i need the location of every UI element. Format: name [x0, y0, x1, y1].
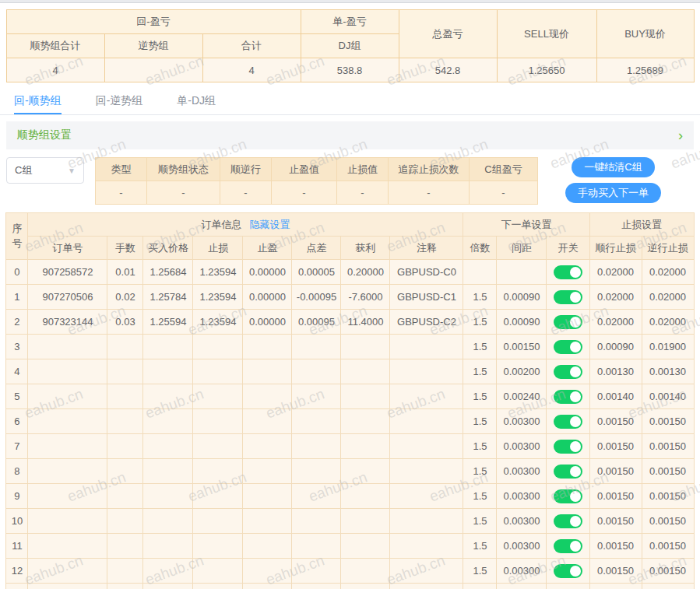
- status-value: -: [337, 181, 389, 205]
- spread-cell: [292, 434, 341, 459]
- comment-cell: [390, 359, 463, 384]
- reverse-sl-cell: 0.00150: [642, 434, 694, 459]
- forward-sl-cell: 0.02000: [589, 260, 642, 285]
- header-hui-pl: 回-盈亏: [6, 10, 301, 34]
- comment-cell: [390, 459, 463, 484]
- row-index-cell: 9: [6, 484, 28, 509]
- forward-sl-cell: 0.00150: [589, 434, 642, 459]
- toggle-switch[interactable]: [554, 390, 582, 404]
- value-counter-group: [104, 58, 202, 82]
- multiple-cell: 1.5: [463, 285, 497, 310]
- multiple-cell: 1.5: [463, 434, 497, 459]
- column-header-profit: 获利: [341, 237, 390, 260]
- toggle-switch[interactable]: [554, 539, 582, 553]
- switch-cell: [547, 260, 589, 285]
- order-no-cell: [28, 584, 107, 589]
- switch-cell: [547, 559, 589, 584]
- profit-cell: [341, 534, 390, 559]
- sl-cell: [193, 534, 243, 559]
- toggle-switch[interactable]: [554, 514, 582, 528]
- order-row: 81.50.003000.001500.00150: [6, 459, 694, 484]
- action-button-column: 一键结清C组 手动买入下一单: [565, 157, 661, 203]
- profit-cell: [341, 459, 390, 484]
- toggle-switch[interactable]: [554, 564, 582, 578]
- chevron-down-icon: ▼: [68, 167, 76, 175]
- status-value: -: [470, 181, 538, 205]
- row-index-cell: 11: [6, 534, 28, 559]
- sl-cell: [193, 384, 243, 409]
- hide-settings-link[interactable]: 隐藏设置: [249, 219, 290, 230]
- comment-cell: [390, 559, 463, 584]
- value-dj-group: 538.8: [301, 58, 399, 82]
- tab-bar: 回-顺势组 回-逆势组 单-DJ组: [0, 86, 700, 115]
- reverse-sl-cell: 0.00150: [642, 509, 694, 534]
- toggle-switch[interactable]: [554, 440, 582, 454]
- spread-cell: [292, 584, 341, 589]
- group-header-next-order: 下一单设置: [463, 213, 589, 237]
- column-header-tp: 止盈: [243, 237, 292, 260]
- toggle-switch[interactable]: [554, 290, 582, 304]
- tab-trend-group[interactable]: 回-顺势组: [14, 86, 62, 114]
- group-select[interactable]: C组 ▼: [6, 157, 84, 184]
- forward-sl-cell: 0.00150: [589, 559, 642, 584]
- toggle-switch[interactable]: [554, 465, 582, 479]
- header-dj-group: DJ组: [301, 34, 399, 58]
- status-header: C组盈亏: [470, 158, 538, 181]
- toggle-switch[interactable]: [554, 340, 582, 354]
- profit-cell: -7.6000: [341, 285, 390, 310]
- row-index-cell: 0: [6, 260, 28, 285]
- switch-cell: [547, 285, 589, 310]
- close-group-button[interactable]: 一键结清C组: [572, 157, 654, 177]
- toggle-switch[interactable]: [554, 315, 582, 329]
- sl-cell: [193, 584, 243, 589]
- row-index-cell: 2: [6, 310, 28, 335]
- lots-cell: [107, 484, 143, 509]
- spread-cell: [292, 409, 341, 434]
- lots-cell: 0.03: [107, 310, 143, 335]
- tp-cell: 0.00000: [243, 285, 292, 310]
- toggle-switch[interactable]: [554, 415, 582, 429]
- reverse-sl-cell: 0.00150: [642, 584, 694, 589]
- multiple-cell: 1.5: [463, 559, 497, 584]
- sl-cell: [193, 409, 243, 434]
- reverse-sl-cell: 0.00140: [642, 384, 694, 409]
- row-index-cell: 3: [6, 335, 28, 359]
- toggle-switch[interactable]: [554, 265, 582, 279]
- buy-price-cell: [143, 534, 193, 559]
- order-row: 31.50.001500.000900.01900: [6, 335, 694, 359]
- profit-cell: [341, 584, 390, 589]
- tab-dj-group[interactable]: 单-DJ组: [177, 86, 216, 114]
- profit-cell: 11.4000: [341, 310, 390, 335]
- tab-counter-group[interactable]: 回-逆势组: [96, 86, 143, 114]
- comment-cell: [390, 384, 463, 409]
- comment-cell: GBPUSD-C2: [390, 310, 463, 335]
- header-counter-group: 逆势组: [104, 34, 202, 58]
- spread-cell: [292, 335, 341, 359]
- toggle-switch[interactable]: [554, 365, 582, 379]
- status-header: 顺逆行: [220, 158, 272, 181]
- forward-sl-cell: 0.00150: [589, 584, 642, 589]
- order-info-label: 订单信息: [201, 219, 241, 230]
- comment-cell: [390, 534, 463, 559]
- trend-group-settings-header[interactable]: 顺势组设置 ›: [6, 121, 694, 149]
- lots-cell: [107, 335, 143, 359]
- tp-cell: [243, 359, 292, 384]
- switch-cell: [547, 384, 589, 409]
- profit-cell: [341, 359, 390, 384]
- status-header: 类型: [96, 158, 147, 181]
- reverse-sl-cell: 0.00150: [642, 559, 694, 584]
- tp-cell: [243, 335, 292, 359]
- header-sell-price: SELL现价: [497, 10, 596, 58]
- lots-cell: [107, 359, 143, 384]
- header-total: 合计: [202, 34, 301, 58]
- spread-cell: [292, 559, 341, 584]
- reverse-sl-cell: 0.00150: [642, 409, 694, 434]
- switch-cell: [547, 310, 589, 335]
- manual-buy-button[interactable]: 手动买入下一单: [565, 183, 661, 203]
- gap-cell: 0.00300: [497, 484, 547, 509]
- sl-cell: 1.23594: [193, 310, 243, 335]
- pl-summary-table: 回-盈亏 单-盈亏 总盈亏 SELL现价 BUY现价 顺势组合计 逆势组 合计 …: [6, 9, 695, 82]
- forward-sl-cell: 0.00150: [589, 534, 642, 559]
- row-index-cell: 4: [6, 359, 28, 384]
- toggle-switch[interactable]: [554, 489, 582, 503]
